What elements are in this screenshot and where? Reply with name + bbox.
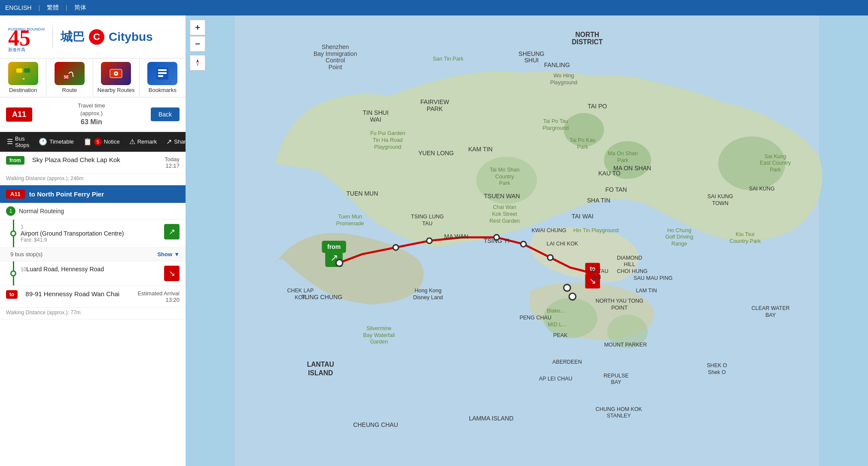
svg-point-41 xyxy=(564,285,571,291)
svg-text:Bay Waterfall: Bay Waterfall xyxy=(363,332,395,338)
route-destination-text: to North Point Ferry Pier xyxy=(29,190,104,198)
map-area[interactable]: + − xyxy=(186,15,868,466)
svg-text:Tai Po Tau: Tai Po Tau xyxy=(543,118,568,124)
svg-text:PENG CHAU: PENG CHAU xyxy=(520,315,551,321)
stop-name-1: Airport (Ground Transportation Centre) xyxy=(21,230,164,237)
svg-text:Disney Land: Disney Land xyxy=(413,294,443,300)
destination-label: Destination xyxy=(9,87,37,93)
logo-divider xyxy=(52,26,53,48)
svg-text:Country Park: Country Park xyxy=(729,238,761,244)
stop-number-1: 1 xyxy=(21,224,164,230)
from-stop-time: Today 12:17 xyxy=(164,156,180,169)
to-stop-arrival: Estimated Arrival 13:20 xyxy=(137,290,180,303)
notice-icon: 📋 xyxy=(83,138,92,146)
share-icon: ↗ xyxy=(166,138,172,146)
stop-num-10: 10 xyxy=(21,267,26,273)
stop-fare-1: Fare: $41.9 xyxy=(21,237,164,243)
notice-count: 5 xyxy=(94,138,102,146)
svg-text:East Country: East Country xyxy=(760,160,791,166)
nav-route[interactable]: 98 Route xyxy=(46,58,93,97)
svg-text:Park: Park xyxy=(617,157,628,163)
tab-timetable[interactable]: 🕐 Timetable xyxy=(34,135,78,148)
svg-text:CHUNG HOM KOK: CHUNG HOM KOK xyxy=(596,406,643,412)
svg-text:Kok Street: Kok Street xyxy=(492,211,518,217)
nearby-label: Nearby Routes xyxy=(97,87,135,93)
svg-text:Sai Kung: Sai Kung xyxy=(764,153,786,159)
normal-routing: 1 Normal Routeing xyxy=(0,203,186,220)
from-stop-row: from Sky Plaza Road Chek Lap Kok Today 1… xyxy=(0,152,186,174)
compass-button[interactable] xyxy=(190,55,205,71)
svg-point-37 xyxy=(426,238,432,244)
nav-nearby[interactable]: Nearby Routes xyxy=(93,58,140,97)
hidden-stops-row[interactable]: 9 bus stop(s) Show ▼ xyxy=(0,248,186,261)
stop-arrow-badge-10: ↘ xyxy=(164,266,180,281)
stop-name-10: 10Luard Road, Hennessy Road xyxy=(21,266,164,273)
nav-bookmarks[interactable]: Bookmarks xyxy=(140,58,186,97)
to-stop-name: 89-91 Hennessy Road Wan Chai xyxy=(25,290,137,297)
svg-text:SAI KUNG: SAI KUNG xyxy=(707,193,733,199)
svg-text:Promenade: Promenade xyxy=(336,221,364,227)
lang-english[interactable]: ENGLISH xyxy=(5,4,31,11)
content-scroll[interactable]: from Sky Plaza Road Chek Lap Kok Today 1… xyxy=(0,152,186,466)
svg-text:Point: Point xyxy=(329,64,342,71)
to-walking-distance: Walking Distance (approx.): 77m xyxy=(0,308,186,319)
svg-text:STANLEY: STANLEY xyxy=(607,413,631,419)
tab-remark[interactable]: ⚠ Remark xyxy=(125,135,161,148)
svg-text:98: 98 xyxy=(64,75,69,80)
svg-text:HILL: HILL xyxy=(624,261,635,267)
zoom-in-button[interactable]: + xyxy=(190,20,205,35)
show-stops-button[interactable]: Show ▼ xyxy=(157,251,180,258)
svg-text:SHUI: SHUI xyxy=(524,57,539,64)
svg-text:POINT: POINT xyxy=(611,305,628,311)
svg-text:SAI KUNG: SAI KUNG xyxy=(749,186,775,192)
svg-text:TSING YI: TSING YI xyxy=(484,237,509,244)
tab-share[interactable]: ↗ Share xyxy=(162,135,186,148)
svg-text:Chai Wan: Chai Wan xyxy=(493,204,516,210)
svg-text:Tin Ha Road: Tin Ha Road xyxy=(373,137,403,143)
svg-text:Range: Range xyxy=(671,241,687,247)
svg-text:TAI WAI: TAI WAI xyxy=(572,213,594,220)
svg-text:FANLING: FANLING xyxy=(544,61,570,68)
svg-text:NORTH: NORTH xyxy=(575,31,599,38)
svg-text:Rest Garden: Rest Garden xyxy=(489,218,520,224)
map-container: + − xyxy=(186,15,868,466)
svg-point-13 xyxy=(115,73,117,74)
svg-text:YUEN LONG: YUEN LONG xyxy=(418,150,454,156)
svg-text:Tai Po Kau: Tai Po Kau xyxy=(570,137,596,143)
svg-point-31 xyxy=(336,260,343,267)
svg-text:LAI CHI KOK: LAI CHI KOK xyxy=(547,241,579,247)
svg-text:Kiu Tsui: Kiu Tsui xyxy=(736,231,755,237)
tab-notice[interactable]: 📋 5 Notice xyxy=(79,135,124,148)
svg-text:from: from xyxy=(327,243,341,250)
svg-rect-15 xyxy=(158,69,167,71)
svg-text:Bay Immigration: Bay Immigration xyxy=(314,50,357,57)
zoom-out-button[interactable]: − xyxy=(190,36,205,52)
map-controls: + − xyxy=(190,20,205,71)
svg-text:WAI: WAI xyxy=(370,116,381,123)
svg-text:Garden: Garden xyxy=(370,339,388,345)
tab-notice-label: Notice xyxy=(104,138,120,145)
svg-text:TSUEN WAN: TSUEN WAN xyxy=(484,193,520,199)
lang-traditional[interactable]: 繁體 xyxy=(47,4,59,12)
to-stop-row: to 89-91 Hennessy Road Wan Chai Estimate… xyxy=(0,286,186,308)
hidden-stops-label: 9 bus stop(s) xyxy=(10,251,43,258)
svg-text:ISLAND: ISLAND xyxy=(308,369,333,377)
svg-text:FO TAN: FO TAN xyxy=(605,186,627,193)
svg-text:DIAMOND: DIAMOND xyxy=(617,255,642,261)
divider2: | xyxy=(66,4,67,11)
svg-text:TOWN: TOWN xyxy=(712,200,728,206)
svg-text:LAMMA ISLAND: LAMMA ISLAND xyxy=(469,415,514,422)
back-button[interactable]: Back xyxy=(151,107,180,121)
svg-text:新進作爲: 新進作爲 xyxy=(8,47,25,52)
nav-destination[interactable]: ➜ Destination xyxy=(0,58,46,97)
stop-item-1: 1 Airport (Ground Transportation Centre)… xyxy=(0,220,186,248)
bus-stops-icon: ☰ xyxy=(7,138,13,146)
svg-text:LAM TIN: LAM TIN xyxy=(636,288,657,294)
route-line-section: A11 to North Point Ferry Pier xyxy=(0,185,186,203)
lang-simplified[interactable]: 简体 xyxy=(74,4,86,12)
svg-point-40 xyxy=(548,255,553,261)
tab-bus-stops[interactable]: ☰ BusStops xyxy=(3,133,34,151)
nearby-icon xyxy=(101,62,131,85)
svg-point-36 xyxy=(393,245,399,250)
svg-text:SHEUNG: SHEUNG xyxy=(518,50,544,57)
